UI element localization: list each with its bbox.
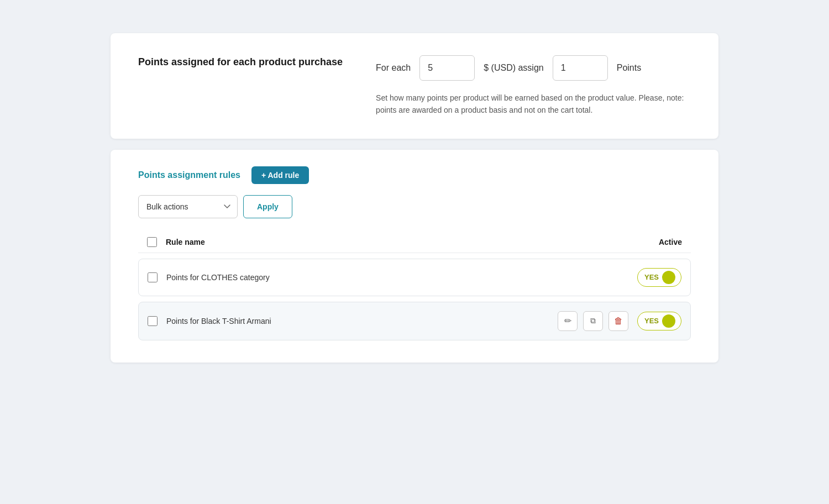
table-row: Points for CLOTHES category YES <box>138 259 691 296</box>
rule-2-actions: ✏ ⧉ 🗑 <box>558 311 628 331</box>
rule-2-checkbox[interactable] <box>148 316 158 326</box>
bulk-actions-row: Bulk actions Apply <box>138 195 691 218</box>
bulk-actions-select[interactable]: Bulk actions <box>138 195 238 218</box>
rules-table: Rule name Active Points for CLOTHES cate… <box>138 232 691 340</box>
rule-1-checkbox[interactable] <box>148 272 158 282</box>
rules-card: Points assignment rules + Add rule Bulk … <box>111 150 718 363</box>
points-card-right: For each $ (USD) assign Points Set how m… <box>376 55 691 117</box>
table-row: Points for Black T-Shirt Armani ✏ ⧉ 🗑 YE… <box>138 302 691 340</box>
copy-icon: ⧉ <box>590 316 596 326</box>
rules-card-header: Points assignment rules + Add rule <box>138 166 691 184</box>
rule-1-name: Points for CLOTHES category <box>166 273 637 282</box>
delete-button[interactable]: 🗑 <box>608 311 628 331</box>
col-active-header: Active <box>616 238 682 246</box>
rule-2-name: Points for Black T-Shirt Armani <box>166 317 558 326</box>
rule-1-toggle[interactable]: YES <box>637 268 681 287</box>
pencil-icon: ✏ <box>564 316 571 326</box>
for-each-label: For each <box>376 63 411 73</box>
col-rule-name-header: Rule name <box>166 238 616 246</box>
assign-value-input[interactable] <box>553 55 608 81</box>
trash-icon: 🗑 <box>614 316 623 326</box>
edit-button[interactable]: ✏ <box>558 311 578 331</box>
points-card-title: Points assigned for each product purchas… <box>138 55 343 69</box>
points-suffix-label: Points <box>617 63 641 73</box>
rule-1-toggle-dot <box>662 271 675 284</box>
main-container: Points assigned for each product purchas… <box>111 33 718 363</box>
points-card: Points assigned for each product purchas… <box>111 33 718 139</box>
points-description: Set how many points per product will be … <box>376 92 691 117</box>
apply-button[interactable]: Apply <box>243 195 292 218</box>
add-rule-button[interactable]: + Add rule <box>251 166 309 184</box>
assign-label: $ (USD) assign <box>484 63 543 73</box>
rule-2-toggle[interactable]: YES <box>637 312 681 330</box>
select-all-checkbox[interactable] <box>147 237 157 247</box>
for-each-input[interactable] <box>419 55 475 81</box>
rule-2-toggle-label: YES <box>644 317 659 325</box>
rule-1-toggle-label: YES <box>644 273 659 281</box>
points-row: For each $ (USD) assign Points <box>376 55 691 81</box>
table-header: Rule name Active <box>138 232 691 253</box>
section-title: Points assignment rules <box>138 170 240 180</box>
copy-button[interactable]: ⧉ <box>583 311 603 331</box>
rule-2-toggle-dot <box>662 314 675 328</box>
